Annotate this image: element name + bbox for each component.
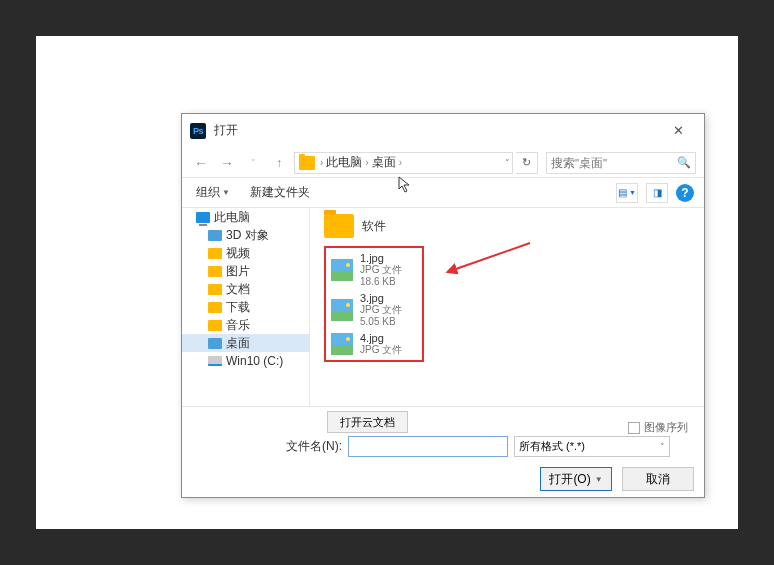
close-button[interactable]: ✕ [656,117,700,145]
sidebar-item-downloads[interactable]: 下载 [182,298,309,316]
dialog-title: 打开 [214,122,656,139]
image-sequence-row[interactable]: 图像序列 [628,420,688,435]
toolbar: 组织 ▼ 新建文件夹 ▤▼ ◨ ? [182,178,704,208]
addr-chevron-icon[interactable]: ˅ [505,158,510,168]
sidebar-label: Win10 (C:) [226,354,283,368]
file-type: JPG 文件 [360,304,402,316]
folder-icon [208,248,222,259]
sidebar-label: 此电脑 [214,209,250,226]
folder-icon [299,156,315,170]
organize-button[interactable]: 组织 ▼ [192,182,234,203]
folder-icon [208,266,222,277]
footer: 文件名(N): 所有格式 (*.*) ˅ 打开(O) ▼ 取消 [182,436,704,491]
image-sequence-checkbox[interactable] [628,422,640,434]
list-item[interactable]: 3.jpg JPG 文件 5.05 KB [330,290,418,330]
page-bg: Ps 打开 ✕ ← → ˅ ↑ › 此电脑 › 桌面 › ˅ ↻ 🔍 [36,36,738,529]
sidebar-item-3d[interactable]: 3D 对象 [182,226,309,244]
file-type: JPG 文件 [360,264,402,276]
file-meta: 4.jpg JPG 文件 [360,332,402,356]
file-name: 1.jpg [360,252,402,264]
list-item[interactable]: 1.jpg JPG 文件 18.6 KB [330,250,418,290]
address-bar[interactable]: › 此电脑 › 桌面 › ˅ [294,152,513,174]
folder-icon [208,320,222,331]
sidebar-label: 文档 [226,281,250,298]
sidebar-item-pictures[interactable]: 图片 [182,262,309,280]
search-input[interactable] [551,157,677,169]
folder-icon [208,284,222,295]
open-dialog: Ps 打开 ✕ ← → ˅ ↑ › 此电脑 › 桌面 › ˅ ↻ 🔍 [181,113,705,498]
image-file-icon [330,298,354,322]
sidebar-label: 音乐 [226,317,250,334]
search-box[interactable]: 🔍 [546,152,696,174]
cancel-button[interactable]: 取消 [622,467,694,491]
sidebar-item-music[interactable]: 音乐 [182,316,309,334]
photoshop-icon: Ps [190,123,206,139]
image-file-icon [330,258,354,282]
chevron-down-icon: ▼ [222,188,230,197]
file-size: 5.05 KB [360,316,402,328]
folder-icon [324,214,354,238]
help-icon[interactable]: ? [676,184,694,202]
nav-up-icon[interactable]: ↑ [268,152,290,174]
nav-forward-icon[interactable]: → [216,152,238,174]
file-size: 18.6 KB [360,276,402,288]
folder-label: 软件 [362,218,386,235]
pc-icon [196,212,210,223]
crumb-desktop[interactable]: 桌面 [372,155,396,170]
crumb-sep-icon: › [365,157,368,168]
nav-back-icon[interactable]: ← [190,152,212,174]
folder-icon [208,230,222,241]
file-name: 3.jpg [360,292,402,304]
search-icon[interactable]: 🔍 [677,156,691,169]
crumb-sep-icon: › [399,157,402,168]
sidebar-item-docs[interactable]: 文档 [182,280,309,298]
sidebar-item-desktop[interactable]: 桌面 [182,334,309,352]
chevron-down-icon: ˅ [660,442,665,452]
filename-input[interactable] [348,436,508,457]
open-cloud-button[interactable]: 打开云文档 [327,411,408,433]
sidebar-label: 桌面 [226,335,250,352]
file-meta: 3.jpg JPG 文件 5.05 KB [360,292,402,328]
open-button[interactable]: 打开(O) ▼ [540,467,612,491]
list-item[interactable]: 软件 [324,214,704,238]
sidebar-item-video[interactable]: 视频 [182,244,309,262]
new-folder-button[interactable]: 新建文件夹 [250,184,310,201]
image-file-icon [330,332,354,356]
image-sequence-label: 图像序列 [644,420,688,435]
annotation-arrow-icon [445,238,535,278]
format-label: 所有格式 (*.*) [519,439,585,454]
open-label: 打开(O) [549,471,590,488]
svg-line-1 [453,243,530,270]
chevron-down-icon: ▼ [595,475,603,484]
button-row: 打开(O) ▼ 取消 [192,467,694,491]
drive-icon [208,356,222,366]
file-name: 4.jpg [360,332,402,344]
folder-icon [208,338,222,349]
refresh-icon[interactable]: ↻ [516,152,538,174]
format-select[interactable]: 所有格式 (*.*) ˅ [514,436,670,457]
address-row: ← → ˅ ↑ › 此电脑 › 桌面 › ˅ ↻ 🔍 [182,148,704,178]
folder-icon [208,302,222,313]
preview-pane-icon[interactable]: ◨ [646,183,668,203]
organize-label: 组织 [196,184,220,201]
crumb-pc[interactable]: 此电脑 [326,155,362,170]
file-pane[interactable]: 软件 1.jpg JPG 文件 18.6 KB 3.jp [310,208,704,406]
sidebar-item-drive-c[interactable]: Win10 (C:) [182,352,309,370]
sidebar-label: 图片 [226,263,250,280]
filename-label: 文件名(N): [286,438,342,455]
list-item[interactable]: 4.jpg JPG 文件 [330,330,418,358]
cloud-row: 打开云文档 [182,406,704,437]
recent-chevron-icon[interactable]: ˅ [242,152,264,174]
view-options-icon[interactable]: ▤▼ [616,183,638,203]
highlight-box: 1.jpg JPG 文件 18.6 KB 3.jpg JPG 文件 5.05 K… [324,246,424,362]
sidebar-label: 视频 [226,245,250,262]
main-area: 此电脑 3D 对象 视频 图片 文档 下载 音乐 桌面 Win10 (C:) 软… [182,208,704,406]
file-type: JPG 文件 [360,344,402,356]
sidebar-label: 3D 对象 [226,227,269,244]
filename-row: 文件名(N): 所有格式 (*.*) ˅ [192,436,694,457]
sidebar-item-pc[interactable]: 此电脑 [182,208,309,226]
sidebar-label: 下载 [226,299,250,316]
sidebar: 此电脑 3D 对象 视频 图片 文档 下载 音乐 桌面 Win10 (C:) [182,208,310,406]
titlebar: Ps 打开 ✕ [182,114,704,148]
crumb-sep-icon: › [320,157,323,168]
